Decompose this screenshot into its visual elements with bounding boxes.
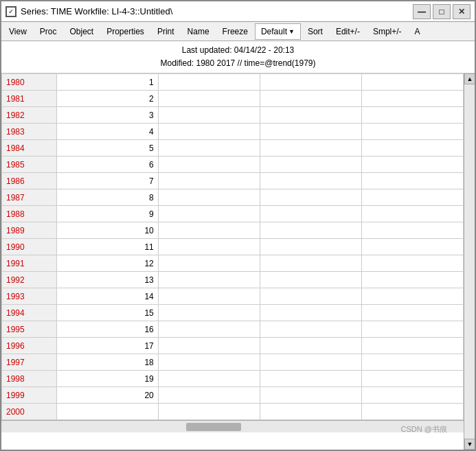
menu-name[interactable]: Name [181, 23, 216, 40]
empty-cell [260, 173, 361, 189]
empty-cell [361, 91, 463, 107]
table-row: 199213 [2, 272, 464, 288]
empty-cell [158, 91, 260, 107]
empty-cell [260, 189, 361, 206]
data-container: 1980119812198231983419845198561986719878… [1, 73, 475, 450]
menu-view[interactable]: View [3, 23, 33, 40]
table-row: 199011 [2, 239, 464, 255]
empty-cell [158, 124, 260, 140]
empty-cell [260, 404, 361, 420]
empty-cell [260, 288, 361, 305]
empty-cell [260, 124, 361, 140]
year-cell: 1994 [2, 305, 57, 321]
menu-bar: View Proc Object Properties Print Name F… [1, 22, 475, 41]
h-scroll-thumb[interactable] [186, 423, 241, 431]
year-cell: 1999 [2, 387, 57, 404]
year-cell: 1990 [2, 239, 57, 255]
table-row: 199819 [2, 371, 464, 387]
empty-cell [158, 74, 260, 91]
table-row: 199415 [2, 305, 464, 321]
menu-smpl[interactable]: Smpl+/- [367, 23, 408, 40]
empty-cell [260, 321, 361, 338]
empty-cell [260, 107, 361, 124]
empty-cell [158, 272, 260, 288]
horizontal-scrollbar[interactable] [1, 420, 464, 432]
value-cell: 8 [56, 189, 158, 206]
menu-print[interactable]: Print [151, 23, 181, 40]
empty-cell [158, 107, 260, 124]
table-row: 19856 [2, 157, 464, 173]
minimize-button[interactable]: — [413, 4, 431, 19]
table-row: 19878 [2, 189, 464, 206]
table-row: 19889 [2, 206, 464, 222]
empty-cell [158, 255, 260, 272]
year-cell: 1992 [2, 272, 57, 288]
empty-cell [361, 124, 463, 140]
data-table: 1980119812198231983419845198561986719878… [1, 73, 464, 420]
table-row: 19867 [2, 173, 464, 189]
main-window: ✓ Series: TIME Workfile: LI-4-3::Untitle… [0, 0, 476, 451]
value-cell: 13 [56, 272, 158, 288]
empty-cell [361, 371, 463, 387]
empty-cell [361, 272, 463, 288]
scroll-down-button[interactable]: ▼ [464, 439, 475, 450]
vertical-scrollbar[interactable]: ▲ ▼ [464, 73, 475, 450]
empty-cell [260, 305, 361, 321]
empty-cell [260, 354, 361, 371]
empty-cell [158, 140, 260, 157]
title-bar-left: ✓ Series: TIME Workfile: LI-4-3::Untitle… [5, 6, 172, 17]
year-cell: 1980 [2, 74, 57, 91]
value-cell: 14 [56, 288, 158, 305]
menu-freeze[interactable]: Freeze [216, 23, 254, 40]
value-cell: 4 [56, 124, 158, 140]
value-cell [56, 404, 158, 420]
title-bar: ✓ Series: TIME Workfile: LI-4-3::Untitle… [1, 1, 475, 22]
value-cell: 1 [56, 74, 158, 91]
value-cell: 6 [56, 157, 158, 173]
value-cell: 17 [56, 338, 158, 354]
value-cell: 11 [56, 239, 158, 255]
menu-edit[interactable]: Edit+/- [330, 23, 366, 40]
menu-default[interactable]: Default ▼ [255, 23, 301, 40]
year-cell: 1993 [2, 288, 57, 305]
empty-cell [158, 288, 260, 305]
year-cell: 1995 [2, 321, 57, 338]
close-button[interactable]: ✕ [453, 4, 471, 19]
year-cell: 1981 [2, 91, 57, 107]
title-buttons: — □ ✕ [413, 4, 471, 19]
empty-cell [260, 140, 361, 157]
table-row: 199920 [2, 387, 464, 404]
restore-button[interactable]: □ [433, 4, 451, 19]
empty-cell [158, 189, 260, 206]
empty-cell [158, 157, 260, 173]
empty-cell [260, 371, 361, 387]
scroll-up-button[interactable]: ▲ [464, 73, 475, 84]
empty-cell [361, 107, 463, 124]
year-cell: 1985 [2, 157, 57, 173]
empty-cell [361, 239, 463, 255]
menu-a[interactable]: A [409, 23, 427, 40]
table-row: 19834 [2, 124, 464, 140]
value-cell: 19 [56, 371, 158, 387]
value-cell: 20 [56, 387, 158, 404]
menu-object[interactable]: Object [63, 23, 100, 40]
value-cell: 3 [56, 107, 158, 124]
empty-cell [158, 404, 260, 420]
menu-proc[interactable]: Proc [34, 23, 63, 40]
empty-cell [260, 74, 361, 91]
empty-cell [361, 255, 463, 272]
empty-cell [260, 387, 361, 404]
value-cell: 5 [56, 140, 158, 157]
table-row: 199617 [2, 338, 464, 354]
table-row: 2000 [2, 404, 464, 420]
scroll-track[interactable] [464, 84, 475, 439]
table-row: 199314 [2, 288, 464, 305]
empty-cell [260, 338, 361, 354]
window-title: Series: TIME Workfile: LI-4-3::Untitled\ [21, 6, 172, 16]
menu-sort[interactable]: Sort [302, 23, 329, 40]
year-cell: 1986 [2, 173, 57, 189]
table-row: 19801 [2, 74, 464, 91]
year-cell: 1996 [2, 338, 57, 354]
menu-properties[interactable]: Properties [100, 23, 150, 40]
table-row: 19812 [2, 91, 464, 107]
